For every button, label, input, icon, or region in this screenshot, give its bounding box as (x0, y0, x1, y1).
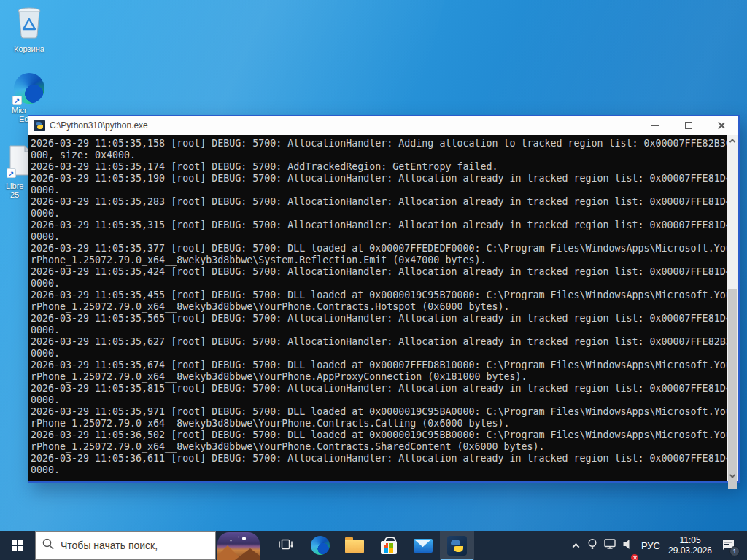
tray-camera-button[interactable] (584, 531, 601, 560)
minimize-icon (651, 125, 659, 126)
task-view-button[interactable] (268, 531, 303, 560)
desktop-icon-label: Micr (12, 106, 27, 114)
volume-muted-icon (622, 539, 633, 553)
taskbar-file-explorer-button[interactable] (337, 531, 371, 560)
scrollbar-up-icon (729, 139, 735, 144)
shortcut-arrow-icon: ↗ (12, 96, 22, 105)
desktop[interactable]: Корзина ↗ Micr Ed ↗ Libre 25 C:\Python31… (0, 0, 747, 560)
news-widget-button[interactable] (216, 531, 261, 560)
taskbar-search[interactable] (35, 531, 216, 560)
tray-network-button[interactable] (601, 531, 619, 560)
shortcut-arrow-icon: ↗ (7, 168, 16, 178)
maximize-icon (685, 122, 692, 129)
taskbar-clock[interactable]: 11:05 29.03.2026 (665, 531, 715, 560)
action-center-button[interactable]: 1 (715, 531, 741, 560)
desktop-icon-label: 25 (10, 190, 19, 199)
window-titlebar[interactable]: C:\Python310\python.exe (28, 116, 738, 135)
store-icon (381, 541, 397, 554)
windows-start-icon (12, 540, 23, 551)
camera-tray-icon (586, 538, 599, 553)
desktop-icon-label: Libre (6, 182, 23, 190)
taskbar-store-button[interactable] (371, 531, 406, 560)
python-console-icon (447, 536, 467, 556)
desktop-icon-label: Корзина (14, 44, 44, 53)
console-scrollbar[interactable] (727, 135, 738, 481)
window-title: C:\Python310\python.exe (50, 120, 639, 131)
clock-date: 29.03.2026 (668, 545, 712, 556)
start-button[interactable] (0, 531, 35, 560)
search-icon (42, 537, 55, 553)
system-tray: РУС 11:05 29.03.2026 1 (568, 531, 747, 560)
scrollbar-thumb[interactable] (728, 289, 737, 489)
taskbar-mail-button[interactable] (406, 531, 440, 560)
close-icon (717, 121, 726, 130)
maximize-button[interactable] (672, 116, 705, 135)
edge-icon: ↗ (14, 73, 44, 104)
console-log[interactable]: 2026-03-29 11:05:35,158 [root] DEBUG: 57… (28, 135, 727, 481)
python-app-icon (34, 120, 45, 131)
tray-volume-button[interactable] (619, 531, 636, 560)
edge-icon (311, 536, 330, 555)
network-tray-icon (603, 538, 617, 553)
scrollbar-down-icon (729, 472, 735, 478)
taskbar: РУС 11:05 29.03.2026 1 (0, 531, 747, 560)
file-explorer-icon (345, 540, 364, 553)
console-window: C:\Python310\python.exe 2026-03-29 11:05… (28, 115, 740, 483)
minimize-button[interactable] (639, 116, 672, 135)
taskbar-python-console-button[interactable] (440, 531, 474, 560)
tray-expand-button[interactable] (568, 531, 584, 560)
notification-count-badge: 1 (729, 546, 740, 556)
recycle-bin-icon (13, 4, 45, 42)
taskbar-edge-button[interactable] (303, 531, 337, 560)
scrollbar-down-button[interactable] (727, 470, 738, 481)
desktop-icon-recycle-bin[interactable]: Корзина (1, 4, 57, 53)
scrollbar-up-button[interactable] (727, 135, 738, 146)
task-view-icon (278, 538, 293, 553)
news-widget-image (217, 532, 260, 560)
close-button[interactable] (705, 116, 738, 135)
mail-icon (414, 539, 433, 553)
clock-time: 11:05 (679, 535, 700, 545)
language-indicator[interactable]: РУС (636, 531, 665, 560)
tray-expand-chevron-icon (572, 542, 579, 550)
search-input[interactable] (61, 540, 199, 551)
volume-mute-badge (631, 554, 638, 560)
